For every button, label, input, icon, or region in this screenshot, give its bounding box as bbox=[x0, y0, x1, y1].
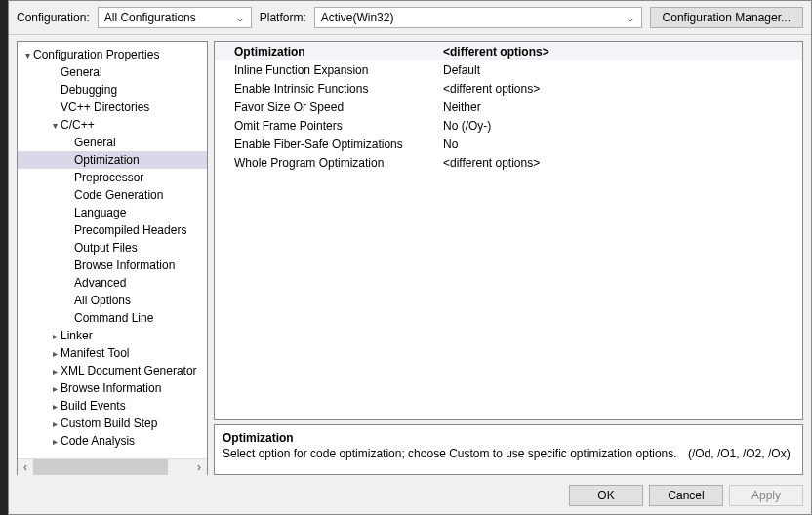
property-value[interactable]: No bbox=[439, 138, 802, 151]
property-row[interactable]: Whole Program Optimization<different opt… bbox=[215, 153, 802, 172]
ide-left-strip bbox=[0, 0, 8, 515]
configuration-label: Configuration: bbox=[17, 11, 90, 24]
scroll-track[interactable] bbox=[33, 459, 191, 475]
tree-item-label: Custom Build Step bbox=[61, 416, 157, 430]
tree-item[interactable]: Command Line bbox=[18, 309, 207, 327]
tree-item[interactable]: All Options bbox=[18, 292, 207, 309]
scroll-right-icon[interactable]: › bbox=[191, 459, 207, 475]
ok-label: OK bbox=[597, 489, 614, 502]
tree-item-label: Language bbox=[74, 206, 126, 219]
description-panel: Optimization Select option for code opti… bbox=[214, 424, 803, 475]
description-title: Optimization bbox=[223, 431, 794, 445]
platform-combo[interactable]: Active(Win32) ⌄ bbox=[314, 7, 642, 28]
property-name: Enable Fiber-Safe Optimizations bbox=[215, 138, 439, 151]
property-row[interactable]: Enable Fiber-Safe OptimizationsNo bbox=[215, 135, 802, 153]
expander-closed-icon[interactable]: ▸ bbox=[49, 436, 61, 447]
tree-item[interactable]: Precompiled Headers bbox=[18, 221, 207, 239]
property-row[interactable]: Enable Intrinsic Functions<different opt… bbox=[215, 79, 802, 98]
tree-item[interactable]: General bbox=[18, 134, 207, 151]
tree-item-label: Build Events bbox=[61, 399, 126, 413]
tree-item-label: Browse Information bbox=[74, 258, 175, 272]
tree-item-label: Output Files bbox=[74, 241, 138, 255]
apply-button[interactable]: Apply bbox=[729, 485, 803, 506]
tree-item-label: General bbox=[61, 65, 102, 79]
tree-item[interactable]: Debugging bbox=[18, 81, 207, 99]
apply-label: Apply bbox=[751, 489, 781, 502]
tree-item-label: Code Analysis bbox=[61, 434, 135, 448]
property-value[interactable]: Neither bbox=[439, 100, 802, 114]
configuration-manager-button[interactable]: Configuration Manager... bbox=[650, 7, 803, 28]
ok-button[interactable]: OK bbox=[569, 485, 643, 506]
tree-item-label: Browse Information bbox=[61, 381, 161, 395]
tree-item-label: XML Document Generator bbox=[61, 364, 197, 377]
property-value[interactable]: <different options> bbox=[439, 82, 802, 96]
property-name: Optimization bbox=[215, 45, 439, 59]
nav-tree-body[interactable]: ▾Configuration PropertiesGeneralDebuggin… bbox=[18, 42, 207, 458]
tree-item[interactable]: ▸Linker bbox=[18, 327, 207, 344]
tree-item[interactable]: Browse Information bbox=[18, 257, 207, 274]
tree-item-label: Optimization bbox=[74, 153, 140, 167]
tree-item[interactable]: Output Files bbox=[18, 239, 207, 257]
tree-item[interactable]: ▸Code Analysis bbox=[18, 432, 207, 450]
expander-open-icon[interactable]: ▾ bbox=[21, 50, 33, 60]
tree-item[interactable]: Advanced bbox=[18, 274, 207, 292]
expander-closed-icon[interactable]: ▸ bbox=[49, 418, 61, 429]
tree-item[interactable]: ▸Build Events bbox=[18, 397, 207, 415]
tree-item-label: C/C++ bbox=[61, 118, 95, 132]
configuration-manager-label: Configuration Manager... bbox=[663, 11, 791, 24]
tree-item[interactable]: ▸Manifest Tool bbox=[18, 344, 207, 362]
expander-closed-icon[interactable]: ▸ bbox=[49, 348, 61, 359]
expander-open-icon[interactable]: ▾ bbox=[49, 120, 61, 131]
cancel-button[interactable]: Cancel bbox=[649, 485, 723, 506]
tree-item-label: Advanced bbox=[74, 276, 126, 290]
property-name: Whole Program Optimization bbox=[215, 156, 439, 170]
platform-value: Active(Win32) bbox=[321, 11, 394, 24]
property-name: Inline Function Expansion bbox=[215, 63, 439, 77]
tree-item[interactable]: Preprocessor bbox=[18, 169, 207, 186]
tree-item[interactable]: ▾C/C++ bbox=[18, 116, 207, 134]
property-value[interactable]: <different options> bbox=[439, 156, 802, 170]
tree-item[interactable]: ▸XML Document Generator bbox=[18, 362, 207, 379]
expander-closed-icon[interactable]: ▸ bbox=[49, 401, 61, 412]
tree-item-label: Linker bbox=[61, 329, 93, 342]
property-name: Omit Frame Pointers bbox=[215, 119, 439, 133]
property-row[interactable]: Omit Frame PointersNo (/Oy-) bbox=[215, 116, 802, 135]
tree-item[interactable]: ▾Configuration Properties bbox=[18, 46, 207, 63]
tree-item[interactable]: Optimization bbox=[18, 151, 207, 169]
tree-item[interactable]: Language bbox=[18, 204, 207, 221]
property-value[interactable]: Default bbox=[439, 63, 802, 77]
tree-item-label: Debugging bbox=[61, 83, 117, 97]
property-row[interactable]: Optimization<different options> bbox=[215, 42, 802, 60]
tree-item-label: All Options bbox=[74, 294, 131, 307]
property-value[interactable]: No (/Oy-) bbox=[439, 119, 802, 133]
property-grid[interactable]: Optimization<different options>Inline Fu… bbox=[214, 41, 803, 420]
tree-item[interactable]: ▸Custom Build Step bbox=[18, 415, 207, 432]
dialog-footer: OK Cancel Apply bbox=[9, 479, 811, 514]
right-column: Optimization<different options>Inline Fu… bbox=[214, 41, 803, 475]
expander-closed-icon[interactable]: ▸ bbox=[49, 383, 61, 394]
configuration-value: All Configurations bbox=[104, 11, 196, 24]
platform-label: Platform: bbox=[260, 11, 306, 24]
tree-item-label: Configuration Properties bbox=[33, 48, 159, 61]
topbar: Configuration: All Configurations ⌄ Plat… bbox=[9, 1, 811, 35]
scroll-left-icon[interactable]: ‹ bbox=[18, 459, 33, 475]
nav-tree: ▾Configuration PropertiesGeneralDebuggin… bbox=[17, 41, 208, 475]
main-split: ▾Configuration PropertiesGeneralDebuggin… bbox=[9, 35, 811, 479]
horizontal-scrollbar[interactable]: ‹ › bbox=[18, 458, 207, 474]
property-name: Enable Intrinsic Functions bbox=[215, 82, 439, 96]
property-row[interactable]: Inline Function ExpansionDefault bbox=[215, 60, 802, 79]
expander-closed-icon[interactable]: ▸ bbox=[49, 366, 61, 376]
property-value[interactable]: <different options> bbox=[439, 45, 802, 59]
tree-item[interactable]: ▸Browse Information bbox=[18, 379, 207, 397]
property-name: Favor Size Or Speed bbox=[215, 100, 439, 114]
scroll-thumb[interactable] bbox=[33, 459, 168, 475]
configuration-combo[interactable]: All Configurations ⌄ bbox=[98, 7, 252, 28]
tree-item-label: Command Line bbox=[74, 311, 153, 325]
tree-item[interactable]: Code Generation bbox=[18, 186, 207, 204]
property-row[interactable]: Favor Size Or SpeedNeither bbox=[215, 98, 802, 116]
tree-item[interactable]: General bbox=[18, 63, 207, 81]
tree-item-label: General bbox=[74, 136, 116, 149]
expander-closed-icon[interactable]: ▸ bbox=[49, 331, 61, 341]
description-hint: (/Od, /O1, /O2, /Ox) bbox=[688, 447, 791, 460]
tree-item[interactable]: VC++ Directories bbox=[18, 99, 207, 116]
